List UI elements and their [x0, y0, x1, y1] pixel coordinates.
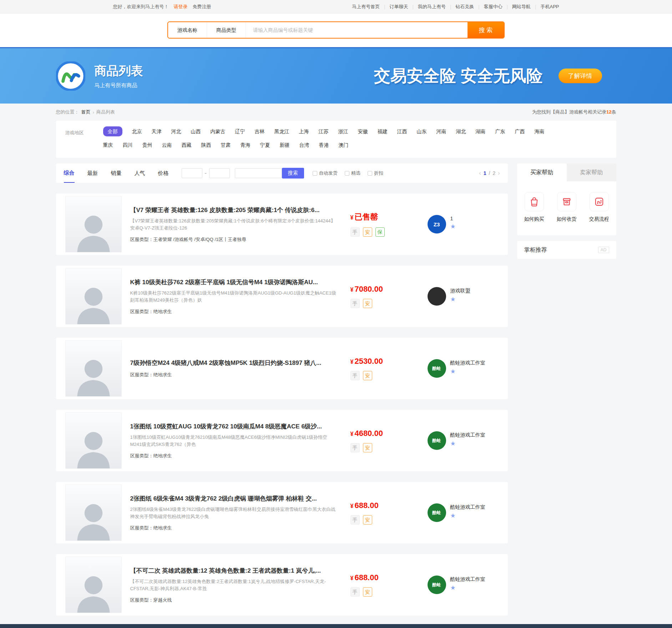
region-item[interactable]: 福建	[378, 126, 388, 136]
checkbox-icon[interactable]	[345, 171, 349, 176]
region-item[interactable]: 香港	[319, 140, 329, 150]
sort-tab-popularity[interactable]: 人气	[135, 164, 145, 182]
region-item[interactable]: 江苏	[319, 126, 329, 136]
seller-rating-star-icon[interactable]: ★	[450, 368, 485, 375]
price-max-input[interactable]	[209, 168, 230, 178]
breadcrumb-home-link[interactable]: 首页	[81, 109, 91, 115]
region-item[interactable]: 重庆	[103, 140, 113, 150]
region-item[interactable]: 宁夏	[260, 140, 270, 150]
checkbox-icon[interactable]	[313, 171, 317, 176]
region-item[interactable]: 吉林	[255, 126, 265, 136]
how-to-receive-link[interactable]: 如何收货	[557, 192, 577, 222]
seller-rating-star-icon[interactable]: ★	[450, 512, 485, 519]
seller-name[interactable]: 酷蛙游戏工作室	[450, 576, 485, 583]
checkbox-icon[interactable]	[368, 171, 372, 176]
search-input[interactable]	[246, 22, 468, 38]
seller-name[interactable]: 酷蛙游戏工作室	[450, 504, 485, 511]
product-thumbnail[interactable]	[65, 557, 122, 613]
region-item[interactable]: 贵州	[142, 140, 152, 150]
register-link[interactable]: 免费注册	[193, 4, 211, 10]
tab-buyer-help[interactable]: 买家帮助	[517, 164, 567, 181]
discount-checkbox[interactable]: 折扣	[368, 170, 383, 176]
region-item[interactable]: 台湾	[299, 140, 309, 150]
seller-rating-star-icon[interactable]: ★	[450, 584, 485, 592]
product-title[interactable]: 7级孙悟空M24 4级猪八戒M4 2级寒蚀MP5K 1级烈日灼烧-S1897 猪…	[130, 359, 339, 367]
next-page-button[interactable]: ›	[498, 170, 500, 176]
product-thumbnail[interactable]	[65, 484, 122, 541]
region-item[interactable]: 天津	[152, 126, 162, 136]
product-title[interactable]: 【V7 荣耀王者 英雄数量:126 皮肤数量:205 荣耀典藏:1个 传说皮肤:…	[130, 206, 339, 214]
featured-checkbox[interactable]: 精选	[345, 170, 360, 176]
nav-diamond-link[interactable]: 钻石兑换	[455, 4, 474, 10]
region-item[interactable]: 浙江	[338, 126, 348, 136]
region-item[interactable]: 青海	[241, 140, 251, 150]
seller-avatar[interactable]: 酷蛙	[428, 431, 446, 450]
region-item[interactable]: 黑龙江	[274, 126, 289, 136]
seller-avatar[interactable]: 酷蛙	[428, 503, 446, 522]
seller-rating-star-icon[interactable]: ★	[450, 296, 470, 303]
game-name-dropdown[interactable]: 游戏名称	[168, 22, 207, 38]
filter-search-button[interactable]: 搜索	[282, 168, 304, 179]
region-item[interactable]: 新疆	[280, 140, 290, 150]
region-item[interactable]: 湖北	[456, 126, 466, 136]
prev-page-button[interactable]: ‹	[479, 170, 481, 176]
nav-home-link[interactable]: 马上有号首页	[352, 4, 380, 10]
seller-avatar[interactable]: Z3	[428, 215, 446, 233]
region-item[interactable]: 海南	[535, 126, 545, 136]
region-item[interactable]: 西藏	[182, 140, 192, 150]
region-item[interactable]: 河北	[171, 126, 181, 136]
login-link[interactable]: 请登录	[174, 4, 188, 10]
trade-process-link[interactable]: 交易流程	[589, 192, 609, 222]
region-item[interactable]: 湖南	[476, 126, 486, 136]
sort-tab-comprehensive[interactable]: 综合	[64, 164, 75, 183]
region-item[interactable]: 河南	[436, 126, 446, 136]
nav-sitemap-link[interactable]: 网站导航	[512, 4, 531, 10]
product-title[interactable]: 1张图纸 10级霓虹AUG 10级青龙762 10级南瓜M4 8级恶魔ACE 6…	[130, 422, 339, 431]
tab-seller-help[interactable]: 卖家帮助	[567, 164, 616, 181]
product-thumbnail[interactable]	[65, 340, 122, 397]
seller-avatar[interactable]: 酷蛙	[428, 359, 446, 378]
region-item[interactable]: 广西	[515, 126, 525, 136]
how-to-buy-link[interactable]: 如何购买	[524, 192, 544, 222]
region-item[interactable]: 江西	[397, 126, 407, 136]
region-item[interactable]: 陕西	[201, 140, 211, 150]
seller-rating-star-icon[interactable]: ★	[450, 440, 485, 447]
region-item[interactable]: 山东	[417, 126, 427, 136]
nav-service-link[interactable]: 客服中心	[484, 4, 502, 10]
nav-my-account-link[interactable]: 我的马上有号	[418, 4, 446, 10]
seller-name[interactable]: 酷蛙游戏工作室	[450, 432, 485, 438]
product-title[interactable]: 2张图纸 6级朱雀M4 3级青龙762 2级白虎锅 珊瑚色烟雾弹 柏林鞋 交..…	[130, 494, 339, 503]
keyword-input[interactable]	[235, 168, 282, 178]
seller-avatar[interactable]: 酷蛙	[428, 576, 446, 594]
nav-mobile-app-link[interactable]: 手机APP	[540, 4, 559, 10]
nav-order-chat-link[interactable]: 订单聊天	[390, 4, 408, 10]
product-title[interactable]: 【不可二次 英雄武器数量:12 英雄角色数量:2 王者武器数量:1 岚兮儿,..…	[130, 567, 339, 575]
region-item[interactable]: 山西	[191, 126, 201, 136]
region-item[interactable]: 安徽	[358, 126, 368, 136]
product-thumbnail[interactable]	[65, 412, 122, 469]
search-button[interactable]: 搜 索	[468, 21, 504, 39]
region-item[interactable]: 甘肃	[221, 140, 231, 150]
region-item[interactable]: 澳门	[339, 140, 349, 150]
seller-rating-star-icon[interactable]: ★	[450, 223, 456, 230]
seller-name[interactable]: 游戏联盟	[450, 288, 470, 294]
region-item[interactable]: 北京	[132, 126, 142, 136]
learn-more-button[interactable]: 了解详情	[559, 69, 602, 83]
product-thumbnail[interactable]	[65, 196, 122, 252]
seller-name[interactable]: 酷蛙游戏工作室	[450, 360, 485, 366]
sort-tab-newest[interactable]: 最新	[87, 164, 98, 182]
region-item[interactable]: 四川	[123, 140, 133, 150]
region-item[interactable]: 上海	[299, 126, 309, 136]
product-type-dropdown[interactable]: 商品类型	[207, 22, 246, 38]
product-title[interactable]: K裤 10级美杜莎762 2级塞壬平底锅 1级无信号M4 1级弥诺陶洛斯AU..…	[130, 278, 339, 286]
auto-delivery-checkbox[interactable]: 自动发货	[313, 170, 338, 176]
sort-tab-price[interactable]: 价格	[158, 164, 169, 182]
region-item[interactable]: 内蒙古	[211, 126, 226, 136]
price-min-input[interactable]	[182, 168, 202, 178]
region-item[interactable]: 广东	[495, 126, 505, 136]
sort-tab-sales[interactable]: 销量	[111, 164, 122, 182]
region-item[interactable]: 云南	[162, 140, 172, 150]
region-item[interactable]: 辽宁	[235, 126, 245, 136]
seller-avatar[interactable]	[428, 287, 446, 306]
product-thumbnail[interactable]	[65, 268, 122, 325]
